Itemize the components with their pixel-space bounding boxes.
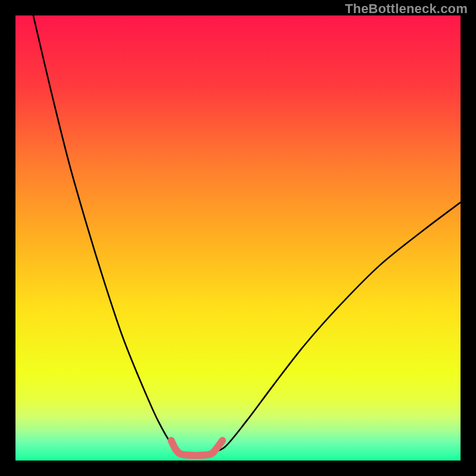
chart-frame: TheBottleneck.com: [0, 0, 476, 476]
plot-area: [15, 15, 461, 461]
watermark-text: TheBottleneck.com: [345, 1, 468, 17]
curves-layer: [15, 15, 461, 461]
left-curve: [33, 15, 180, 452]
right-curve: [211, 202, 461, 452]
valley-highlight: [171, 440, 223, 455]
